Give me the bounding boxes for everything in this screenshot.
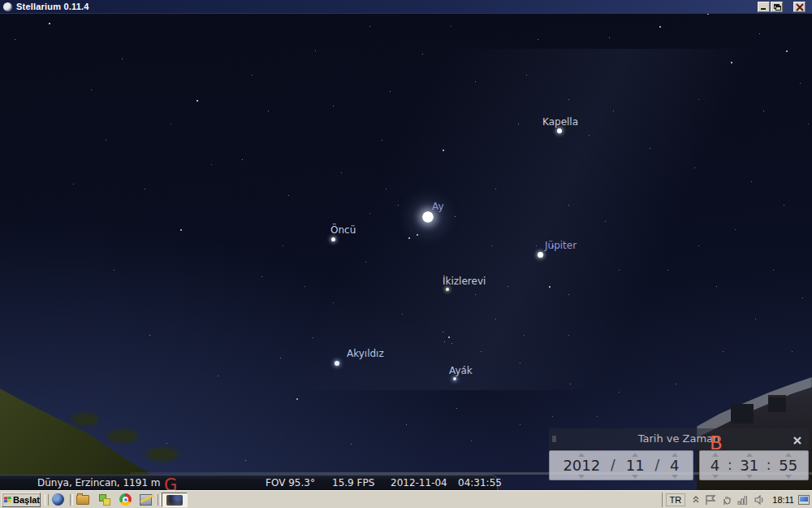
date-panel: 2012 / 11 / 4 bbox=[549, 450, 693, 480]
tray-clock[interactable]: 18:11 bbox=[772, 495, 794, 505]
status-location: Dünya, Erzincan, 1191 m bbox=[37, 477, 161, 488]
chrome-icon[interactable] bbox=[119, 493, 132, 506]
taskbar-separator bbox=[158, 494, 161, 506]
restore-button[interactable] bbox=[771, 2, 783, 12]
speaker-icon[interactable] bbox=[754, 495, 765, 505]
star bbox=[495, 189, 496, 189]
minute-up-button[interactable] bbox=[746, 453, 753, 457]
second-value: 55 bbox=[779, 458, 797, 473]
minute-value: 31 bbox=[740, 458, 758, 473]
flag-icon[interactable] bbox=[705, 495, 716, 506]
star bbox=[524, 335, 525, 336]
sky-object-oncu[interactable] bbox=[331, 237, 335, 241]
orb-icon[interactable] bbox=[52, 493, 65, 506]
folder-icon[interactable] bbox=[76, 493, 89, 506]
minimize-button[interactable] bbox=[758, 2, 770, 12]
screen: KapellaAyÖncüJüpiterİkizlereviAkyıldızAy… bbox=[0, 0, 812, 508]
status-time: 04:31:55 bbox=[458, 477, 502, 488]
star bbox=[444, 341, 445, 342]
star bbox=[773, 270, 774, 271]
day-down-button[interactable] bbox=[672, 475, 678, 479]
star bbox=[570, 384, 571, 384]
datetime-dialog-titlebar[interactable]: Tarih ve Zaman bbox=[549, 428, 809, 449]
star bbox=[456, 408, 457, 409]
star bbox=[784, 205, 784, 206]
star bbox=[568, 99, 569, 100]
date-separator: / bbox=[654, 457, 659, 475]
language-indicator[interactable]: TR bbox=[666, 493, 686, 506]
taskbar-task-stellarium[interactable] bbox=[162, 493, 188, 507]
sky-object-akyildiz[interactable] bbox=[335, 361, 339, 366]
sky-object-kapella[interactable] bbox=[557, 128, 562, 133]
star bbox=[619, 392, 620, 393]
star bbox=[296, 398, 298, 400]
status-fov: FOV 95.3° bbox=[266, 477, 315, 488]
start-button[interactable]: Başlat bbox=[2, 493, 41, 507]
status-date: 2012-11-04 bbox=[391, 477, 447, 488]
month-down-button[interactable] bbox=[632, 475, 638, 479]
month-up-button[interactable] bbox=[632, 453, 638, 457]
second-spinner: 55 bbox=[779, 453, 797, 479]
star bbox=[698, 99, 699, 100]
app-icon bbox=[3, 2, 12, 11]
hour-spinner: 4 bbox=[710, 453, 719, 479]
star bbox=[518, 124, 519, 124]
system-icon[interactable] bbox=[140, 493, 153, 506]
sky-label-akyildiz: Akyıldız bbox=[347, 348, 384, 359]
chevron-up-icon[interactable] bbox=[692, 496, 700, 504]
house-silhouette bbox=[731, 404, 754, 423]
star bbox=[659, 26, 661, 28]
minute-spinner: 31 bbox=[740, 453, 758, 479]
hand-icon[interactable] bbox=[721, 495, 732, 506]
star bbox=[786, 50, 788, 52]
dialog-close-button[interactable] bbox=[793, 433, 804, 445]
hour-down-button[interactable] bbox=[712, 475, 719, 479]
second-up-button[interactable] bbox=[785, 453, 792, 457]
bush bbox=[146, 447, 179, 462]
star bbox=[382, 140, 382, 141]
status-bar: Dünya, Erzincan, 1191 m FOV 95.3° 15.9 F… bbox=[0, 475, 498, 490]
sky-object-jupiter[interactable] bbox=[538, 252, 543, 258]
star bbox=[402, 314, 403, 315]
star bbox=[333, 106, 334, 106]
star bbox=[808, 124, 809, 124]
window-titlebar[interactable]: Stellarium 0.11.4 bbox=[0, 0, 812, 14]
desktop-icon[interactable] bbox=[98, 493, 111, 506]
star bbox=[145, 189, 145, 189]
close-button[interactable] bbox=[793, 2, 806, 12]
star bbox=[694, 167, 695, 168]
sky-object-ay[interactable] bbox=[422, 211, 434, 223]
star bbox=[443, 150, 444, 151]
second-down-button[interactable] bbox=[785, 475, 792, 479]
star bbox=[763, 111, 764, 111]
star bbox=[538, 39, 538, 40]
year-down-button[interactable] bbox=[578, 475, 585, 479]
taskbar: Başlat bbox=[0, 490, 812, 508]
sky-object-ikizlerevi[interactable] bbox=[446, 288, 449, 291]
sky-object-ayak[interactable] bbox=[453, 377, 456, 380]
star bbox=[619, 270, 620, 271]
taskbar-handle[interactable] bbox=[45, 494, 49, 506]
time-separator: : bbox=[767, 457, 771, 475]
star bbox=[735, 229, 736, 230]
hour-value: 4 bbox=[710, 458, 719, 473]
star bbox=[114, 270, 114, 271]
star bbox=[242, 159, 243, 160]
star bbox=[792, 351, 793, 352]
bush bbox=[71, 413, 99, 426]
day-up-button[interactable] bbox=[672, 453, 678, 457]
star bbox=[536, 245, 537, 246]
star bbox=[49, 23, 50, 24]
star bbox=[406, 424, 407, 425]
star bbox=[526, 75, 527, 76]
day-value: 4 bbox=[670, 458, 679, 473]
star bbox=[443, 332, 443, 332]
star bbox=[386, 189, 387, 189]
star bbox=[73, 184, 74, 185]
year-up-button[interactable] bbox=[578, 453, 585, 457]
minute-down-button[interactable] bbox=[746, 475, 753, 479]
star bbox=[252, 75, 253, 76]
monitor-icon[interactable] bbox=[798, 495, 810, 505]
signal-icon[interactable] bbox=[737, 495, 749, 505]
star bbox=[171, 124, 171, 124]
